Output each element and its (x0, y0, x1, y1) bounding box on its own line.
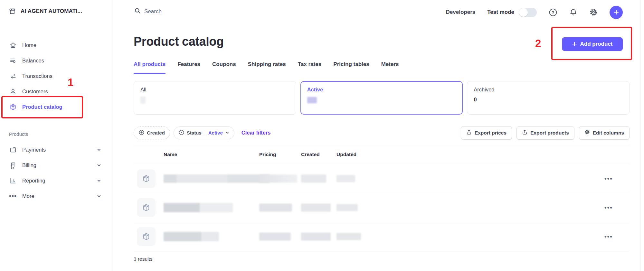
redacted-value (307, 97, 317, 103)
redacted-pricing (259, 203, 292, 211)
redacted-value (140, 97, 146, 104)
test-mode-toggle[interactable] (519, 8, 537, 17)
clear-filters-link[interactable]: Clear filters (242, 130, 271, 136)
redacted-product-name (164, 174, 270, 183)
storefront-icon (8, 7, 16, 15)
card-value: 0 (474, 97, 623, 103)
card-archived[interactable]: Archived 0 (467, 81, 630, 115)
sidebar-item-home[interactable]: Home (0, 37, 112, 53)
redacted-created-date (301, 203, 331, 211)
results-count: 3 results (134, 256, 153, 262)
chevron-down-icon[interactable] (97, 179, 101, 183)
export-prices-button[interactable]: Export prices (461, 126, 512, 140)
tab-all-products[interactable]: All products (134, 61, 166, 75)
table-header: Name Pricing Created Updated (134, 145, 630, 164)
sidebar-item-label: Payments (22, 147, 46, 153)
search-icon (135, 8, 141, 15)
more-icon: ••• (9, 194, 17, 198)
sidebar-item-label: Home (22, 42, 36, 48)
export-products-button[interactable]: Export products (516, 126, 574, 140)
annotation-label-2: 2 (535, 37, 541, 50)
add-product-label: Add product (580, 41, 612, 47)
sidebar-item-payments[interactable]: Payments (0, 142, 112, 157)
tab-shipping-rates[interactable]: Shipping rates (248, 61, 286, 75)
column-header-pricing: Pricing (259, 152, 276, 157)
redacted-updated-date (336, 204, 358, 211)
sidebar-nav-products: Payments Billing (0, 142, 112, 204)
business-switcher[interactable]: AI AGENT AUTOMATI... (8, 7, 82, 15)
sidebar-item-customers[interactable]: Customers (0, 84, 112, 99)
products-table: Name Pricing Created Updated ••• ••• (134, 145, 630, 251)
sidebar-section-products: Products (9, 131, 28, 137)
test-mode-control: Test mode (487, 8, 537, 17)
edit-columns-label: Edit columns (593, 130, 624, 136)
column-header-updated: Updated (336, 152, 356, 157)
chevron-down-icon[interactable] (97, 148, 101, 152)
filter-status-value: Active (208, 130, 223, 136)
card-label: All (140, 87, 289, 93)
card-label: Archived (474, 87, 623, 93)
search-input[interactable]: Search (135, 8, 162, 15)
sidebar-item-transactions[interactable]: Transactions (0, 68, 112, 84)
chevron-down-icon[interactable] (97, 194, 101, 198)
table-row[interactable]: ••• (134, 222, 630, 251)
filter-status-pill[interactable]: Status Active (174, 126, 234, 139)
settings-gear-icon[interactable] (589, 8, 598, 16)
catalog-tabs: All products Features Coupons Shipping r… (134, 61, 630, 75)
divider (205, 130, 205, 136)
row-overflow-menu[interactable]: ••• (604, 206, 613, 209)
export-prices-label: Export prices (475, 130, 507, 136)
row-overflow-menu[interactable]: ••• (604, 177, 613, 180)
sidebar-item-label: Billing (22, 162, 36, 168)
tab-features[interactable]: Features (177, 61, 200, 75)
sidebar-item-label: Transactions (22, 73, 52, 79)
create-plus-button[interactable] (610, 6, 623, 19)
card-value-redacted (307, 97, 456, 103)
billing-icon (9, 162, 17, 169)
sidebar-item-label: Customers (22, 89, 48, 95)
add-product-button[interactable]: Add product (562, 37, 623, 51)
search-placeholder: Search (144, 8, 162, 15)
topbar-actions: Developers Test mode ? (446, 5, 623, 19)
package-icon (142, 174, 151, 183)
card-active[interactable]: Active (300, 81, 463, 115)
filter-created-pill[interactable]: Created (134, 126, 170, 139)
tab-tax-rates[interactable]: Tax rates (298, 61, 321, 75)
product-thumbnail (137, 227, 156, 246)
tab-meters[interactable]: Meters (381, 61, 399, 75)
sidebar-item-product-catalog[interactable]: Product catalog (0, 99, 112, 115)
plus-icon (572, 42, 577, 47)
home-icon (9, 42, 17, 49)
table-row[interactable]: ••• (134, 164, 630, 193)
table-row[interactable]: ••• (134, 193, 630, 222)
tab-pricing-tables[interactable]: Pricing tables (333, 61, 369, 75)
page-title: Product catalog (134, 35, 224, 49)
payments-icon (9, 146, 17, 154)
table-actions: Export prices Export products Edit colum… (461, 126, 630, 140)
edit-columns-button[interactable]: Edit columns (579, 126, 630, 140)
tab-coupons[interactable]: Coupons (212, 61, 236, 75)
sidebar-item-label: Product catalog (22, 104, 62, 110)
redacted-pricing (259, 232, 291, 240)
row-overflow-menu[interactable]: ••• (604, 235, 613, 238)
redacted-product-name (164, 232, 219, 241)
chevron-down-icon[interactable] (97, 163, 101, 167)
notifications-bell-icon[interactable] (569, 8, 577, 16)
transactions-icon (9, 72, 17, 80)
package-icon (142, 203, 151, 212)
filter-row: Created Status Active Clear filters Expo… (134, 126, 630, 140)
developers-link[interactable]: Developers (446, 9, 476, 15)
export-icon (466, 129, 472, 136)
sidebar-item-balances[interactable]: Balances (0, 53, 112, 68)
card-all[interactable]: All (134, 81, 296, 115)
sidebar-item-more[interactable]: ••• More (0, 188, 112, 204)
circled-x-icon[interactable] (179, 130, 184, 136)
redacted-created-date (301, 174, 326, 182)
redacted-pricing (259, 174, 297, 182)
column-header-created: Created (301, 152, 320, 157)
card-value-redacted (140, 97, 289, 104)
filter-status-label: Status (187, 130, 202, 136)
sidebar-item-billing[interactable]: Billing (0, 157, 112, 173)
sidebar-item-reporting[interactable]: Reporting (0, 173, 112, 188)
help-icon[interactable]: ? (549, 8, 557, 17)
